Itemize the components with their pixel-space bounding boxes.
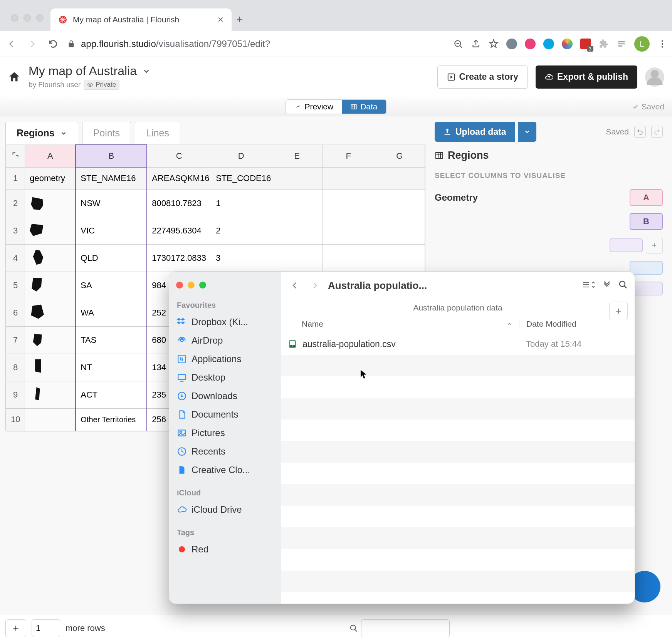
finder-back[interactable] bbox=[288, 279, 302, 292]
sidebar-item-pictures[interactable]: Pictures bbox=[173, 424, 277, 442]
sidebar-item-dropbox[interactable]: Dropbox (Ki... bbox=[173, 313, 277, 331]
corner-cell[interactable] bbox=[6, 145, 25, 167]
user-avatar[interactable] bbox=[645, 67, 664, 87]
more-button[interactable] bbox=[601, 280, 612, 291]
reading-list-icon[interactable] bbox=[617, 39, 627, 49]
col-header-B[interactable]: B bbox=[76, 145, 147, 167]
col-header-D[interactable]: D bbox=[211, 145, 271, 167]
sidebar-item-documents[interactable]: Documents bbox=[173, 405, 277, 424]
home-icon[interactable] bbox=[8, 70, 21, 84]
col-name[interactable]: Name bbox=[281, 319, 519, 329]
chevron-down-icon[interactable] bbox=[142, 67, 151, 76]
project-title[interactable]: My map of Australia bbox=[29, 64, 137, 78]
geom-cell[interactable] bbox=[25, 299, 76, 326]
chevron-down-icon[interactable] bbox=[60, 130, 67, 137]
window-close[interactable] bbox=[11, 14, 18, 22]
finder-subtitle: Australia population data bbox=[281, 299, 635, 315]
finder-forward[interactable] bbox=[308, 279, 322, 292]
sidebar-item-applications[interactable]: Applications bbox=[173, 350, 277, 368]
svg-point-12 bbox=[662, 43, 663, 44]
address-bar[interactable]: app.flourish.studio/visualisation/799705… bbox=[67, 39, 446, 49]
finder-search-button[interactable] bbox=[618, 280, 628, 291]
author: by Flourish user bbox=[29, 81, 81, 89]
forward-button[interactable] bbox=[25, 37, 39, 51]
minimize-icon[interactable] bbox=[188, 282, 195, 289]
ext-icon-2[interactable] bbox=[525, 39, 536, 49]
privacy-badge[interactable]: Private bbox=[84, 80, 119, 90]
geometry-col-chip[interactable]: A bbox=[630, 189, 663, 206]
geom-cell[interactable] bbox=[25, 190, 76, 217]
geom-cell[interactable] bbox=[25, 244, 76, 272]
undo-button[interactable] bbox=[634, 126, 646, 138]
sidebar-item-recents[interactable]: Recents bbox=[173, 442, 277, 461]
new-tab-button[interactable]: + bbox=[232, 13, 248, 31]
cell[interactable]: STE_CODE16 bbox=[211, 167, 271, 190]
empty-col-chip[interactable] bbox=[630, 261, 663, 275]
sidebar-tag-red[interactable]: Red bbox=[173, 540, 277, 559]
col-header-A[interactable]: A bbox=[25, 145, 76, 167]
geom-cell[interactable] bbox=[25, 381, 76, 408]
sidebar-item-downloads[interactable]: Downloads bbox=[173, 387, 277, 405]
data-tab[interactable]: Data bbox=[342, 100, 386, 114]
sidebar-item-airdrop[interactable]: AirDrop bbox=[173, 331, 277, 350]
geom-cell[interactable] bbox=[25, 408, 76, 431]
footer: + more rows bbox=[0, 615, 672, 641]
tab-lines[interactable]: Lines bbox=[135, 122, 180, 144]
ext-icon-3[interactable] bbox=[543, 39, 554, 49]
close-icon[interactable] bbox=[176, 282, 183, 289]
ext-icon-4[interactable] bbox=[562, 39, 573, 49]
zoom-icon[interactable] bbox=[199, 282, 206, 289]
star-icon[interactable] bbox=[489, 39, 499, 49]
cell[interactable]: geometry bbox=[25, 167, 76, 190]
table-row[interactable]: 4QLD1730172.08333 bbox=[6, 244, 425, 272]
export-button[interactable]: Export & publish bbox=[536, 65, 637, 89]
view-mode-button[interactable] bbox=[582, 280, 595, 291]
empty-col-chip[interactable] bbox=[610, 238, 643, 252]
col-date[interactable]: Date Modified bbox=[519, 319, 635, 329]
tab-close-icon[interactable]: ✕ bbox=[217, 15, 224, 24]
upload-dropdown[interactable] bbox=[518, 122, 536, 142]
create-story-button[interactable]: Create a story bbox=[437, 65, 528, 89]
window-minimize[interactable] bbox=[24, 14, 31, 22]
redo-button[interactable] bbox=[651, 126, 663, 138]
sidebar-item-icloud[interactable]: iCloud Drive bbox=[173, 500, 277, 519]
menu-icon[interactable] bbox=[657, 39, 667, 49]
col-header-G[interactable]: G bbox=[374, 145, 425, 167]
col-header-E[interactable]: E bbox=[271, 145, 323, 167]
tab-points[interactable]: Points bbox=[82, 122, 131, 144]
share-icon[interactable] bbox=[471, 39, 481, 49]
rows-count-input[interactable] bbox=[32, 619, 60, 637]
add-column-button[interactable]: + bbox=[646, 237, 663, 254]
geom-cell[interactable] bbox=[25, 272, 76, 299]
geom-cell[interactable] bbox=[25, 354, 76, 381]
table-row[interactable]: 1 geometry STE_NAME16 AREASQKM16 STE_COD… bbox=[6, 167, 425, 190]
ext-icon-1[interactable] bbox=[506, 39, 517, 49]
sidebar-item-creative-cloud[interactable]: Creative Clo... bbox=[173, 461, 277, 479]
svg-rect-17 bbox=[351, 104, 356, 109]
preview-tab[interactable]: Preview bbox=[286, 100, 342, 114]
geom-cell[interactable] bbox=[25, 326, 76, 354]
extensions-icon[interactable] bbox=[599, 39, 609, 49]
col-header-F[interactable]: F bbox=[323, 145, 374, 167]
file-row[interactable]: X australia-population.csv Today at 15:4… bbox=[281, 333, 635, 355]
add-rows-button[interactable]: + bbox=[5, 619, 26, 637]
name-col-chip[interactable]: B bbox=[630, 213, 663, 230]
geom-cell[interactable] bbox=[25, 217, 76, 244]
sidebar-item-desktop[interactable]: Desktop bbox=[173, 368, 277, 387]
table-row[interactable]: 2NSW800810.78231 bbox=[6, 190, 425, 217]
browser-tab[interactable]: My map of Australia | Flourish ✕ bbox=[50, 8, 232, 31]
window-zoom[interactable] bbox=[36, 14, 44, 22]
upload-data-button[interactable]: Upload data bbox=[435, 122, 515, 142]
lastpass-icon[interactable]: 3 bbox=[580, 39, 591, 49]
table-row[interactable]: 3VIC227495.63042 bbox=[6, 217, 425, 244]
zoom-icon[interactable] bbox=[453, 39, 463, 49]
back-button[interactable] bbox=[5, 37, 18, 51]
col-header-C[interactable]: C bbox=[147, 145, 211, 167]
tab-regions[interactable]: Regions bbox=[5, 122, 78, 144]
reload-button[interactable] bbox=[46, 37, 60, 51]
search-input[interactable] bbox=[361, 619, 450, 637]
cell[interactable]: AREASQKM16 bbox=[147, 167, 211, 190]
cell[interactable]: STE_NAME16 bbox=[76, 167, 147, 190]
finder-add-button[interactable]: + bbox=[609, 302, 628, 320]
profile-avatar[interactable]: L bbox=[634, 36, 650, 52]
